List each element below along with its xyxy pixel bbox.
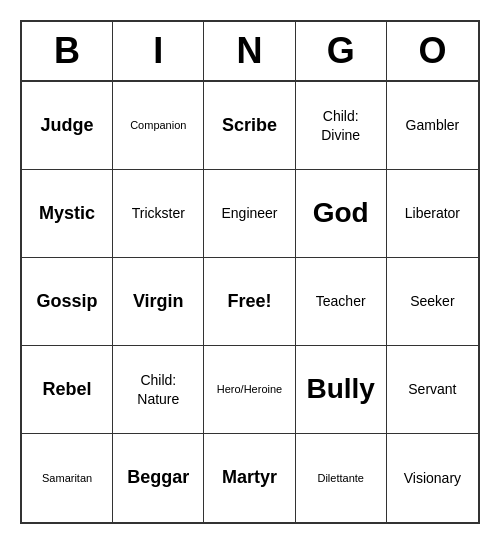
cell-r3-c4: Servant	[387, 346, 478, 434]
cell-r0-c3: Child:Divine	[296, 82, 387, 170]
cell-r1-c1: Trickster	[113, 170, 204, 258]
cell-r0-c0: Judge	[22, 82, 113, 170]
cell-r3-c1: Child:Nature	[113, 346, 204, 434]
bingo-card: BINGO JudgeCompanionScribeChild:DivineGa…	[20, 20, 480, 524]
header-letter-b: B	[22, 22, 113, 80]
cell-r1-c2: Engineer	[204, 170, 295, 258]
cell-r2-c3: Teacher	[296, 258, 387, 346]
header-letter-i: I	[113, 22, 204, 80]
cell-r1-c3: God	[296, 170, 387, 258]
cell-r1-c0: Mystic	[22, 170, 113, 258]
cell-r4-c1: Beggar	[113, 434, 204, 522]
cell-r4-c0: Samaritan	[22, 434, 113, 522]
cell-r0-c1: Companion	[113, 82, 204, 170]
cell-r2-c4: Seeker	[387, 258, 478, 346]
bingo-header: BINGO	[22, 22, 478, 82]
cell-r3-c2: Hero/Heroine	[204, 346, 295, 434]
bingo-grid: JudgeCompanionScribeChild:DivineGamblerM…	[22, 82, 478, 522]
cell-r3-c3: Bully	[296, 346, 387, 434]
cell-r4-c3: Dilettante	[296, 434, 387, 522]
cell-r2-c0: Gossip	[22, 258, 113, 346]
cell-r4-c2: Martyr	[204, 434, 295, 522]
header-letter-o: O	[387, 22, 478, 80]
cell-r0-c2: Scribe	[204, 82, 295, 170]
header-letter-g: G	[296, 22, 387, 80]
cell-r0-c4: Gambler	[387, 82, 478, 170]
header-letter-n: N	[204, 22, 295, 80]
cell-r4-c4: Visionary	[387, 434, 478, 522]
cell-r2-c2: Free!	[204, 258, 295, 346]
cell-r2-c1: Virgin	[113, 258, 204, 346]
cell-r3-c0: Rebel	[22, 346, 113, 434]
cell-r1-c4: Liberator	[387, 170, 478, 258]
